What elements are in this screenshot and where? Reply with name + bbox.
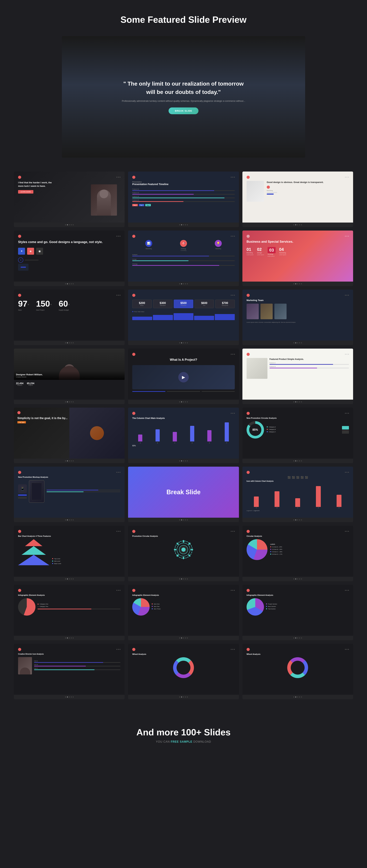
project-image: ▶ (132, 365, 234, 390)
slide-card-11: What Is A Project? ▶ (128, 349, 239, 404)
slide-card-14: The Column Chart Main Analysis A B C D (128, 408, 239, 463)
project-title: What Is A Project? (132, 358, 234, 362)
slide-logo-3 (247, 176, 250, 179)
bar-chart-title: Bar Chart Analysis 4 Three Features (18, 535, 120, 537)
slide-dots-5 (128, 282, 239, 286)
slide-dots-27 (243, 695, 353, 699)
slide-card-4: Styles come and go. Good designs a langu… (14, 230, 124, 286)
slide-card-6: Business and Special Services. 01 Brandi… (243, 230, 353, 286)
svg-rect-11 (176, 542, 179, 545)
slide-card-10: Designer Robert William. Creative Direct… (14, 349, 124, 404)
slide-card-1: I find that the harder I work, the more … (14, 172, 124, 227)
learn-more-button[interactable]: LEARN MORE (18, 190, 33, 193)
hero-slide: " The only limit to our realization of t… (62, 36, 305, 158)
slide-logo-27 (247, 648, 250, 651)
slide-card-25: Creative Director Icon Analysis Skill A … (14, 644, 124, 699)
design-quote-text: Good design is obvious. Great design is … (267, 181, 349, 184)
slide-card-19: Bar Chart Analysis 4 Three Features Top … (14, 526, 124, 581)
product-title: Featured Product Simple Analysis. (270, 358, 349, 361)
stat-3: 60 (59, 299, 68, 309)
slide-dots-9 (243, 341, 353, 345)
product-image (247, 358, 267, 379)
person-small-image (18, 657, 32, 675)
slide-logo-4 (18, 235, 21, 238)
promo-circular-title: Promotion Circular Analysis (132, 535, 234, 537)
slide-dots-7 (14, 341, 124, 345)
svg-rect-10 (174, 549, 176, 550)
slide-dots-11 (128, 400, 239, 404)
slide-card-20: Promotion Circular Analysis (128, 526, 239, 581)
slide-dots-17 (128, 518, 239, 522)
hero-subtext: Professionally administrate turnkey cont… (122, 100, 245, 102)
slide-dots-21 (243, 577, 353, 581)
slide-dots-8 (128, 341, 239, 345)
slide-card-21: Circular Analysis Labels 01 Item A - 25%… (243, 526, 353, 581)
slide-card-9: Marketing Team Lorem ipsum dolor sit ame… (243, 289, 353, 345)
circular-analysis-title: Circular Analysis (247, 535, 349, 537)
slide-dots-15 (243, 459, 353, 463)
slide-card-15: New Promotion Circular Analysis 85% Cate… (243, 408, 353, 463)
svg-rect-6 (191, 549, 193, 550)
slide-card-7: 97 ° Stars 150 ° New Project 60 ° (14, 289, 124, 345)
slide-card-18: ⬛⬛⬛⬛⬛ Icon with Column Chart Analysis A … (243, 467, 353, 522)
svg-rect-8 (183, 557, 184, 559)
wheel-chart-2 (287, 657, 308, 678)
slide-logo-20 (132, 530, 135, 533)
hero-button[interactable]: BREAK SLIDE (169, 107, 198, 114)
slide-card-22: Infographic Element Analysis Category On… (14, 585, 124, 640)
slide-logo-25 (18, 648, 21, 651)
infographic-3-title: Infographic Element Analysis (247, 594, 349, 596)
infographic-2-title: Infographic Element Analysis (132, 594, 234, 596)
slide-dots-14 (128, 459, 239, 463)
slide-card-3: Good design is obvious. Great design is … (243, 172, 353, 227)
hero-quote: " The only limit to our realization of t… (123, 80, 244, 96)
gear-svg (173, 539, 194, 560)
slide-card-13: Simplicity is not the goal, it is the by… (14, 408, 124, 463)
wheel-analysis-1-title: Wheel Analysis (132, 653, 234, 655)
column-percent: 80% (132, 445, 234, 447)
icon-box-2: ◈ (27, 248, 34, 255)
promotion-circular-title: New Promotion Circular Analysis (247, 417, 349, 419)
footer-title: And more 100+ Slides (0, 727, 367, 738)
column-chart-title: The Column Chart Main Analysis (132, 417, 234, 420)
slide-logo-18 (247, 471, 250, 474)
footer-subtitle: YOU CAN FREE SAMPLE DOWNLOAD (0, 740, 367, 743)
team-photo-1 (247, 304, 259, 319)
slide-dots-19 (14, 577, 124, 581)
slide-dots-25 (14, 695, 124, 699)
circle-percent: 85% (249, 424, 261, 436)
style-text: Styles come and go. Good designs a langu… (18, 240, 120, 244)
slide-dots-24 (243, 636, 353, 640)
icon-box-1: ✦ (18, 248, 25, 255)
infographic-pie-2 (132, 598, 150, 616)
slide-card-27: Wheel Analysis (243, 644, 353, 699)
slide-logo-19 (18, 530, 21, 533)
infographic-1-title: Infographic Element Analysis (18, 594, 120, 596)
slide-dots-6 (243, 282, 353, 286)
marketing-title: Marketing Team (247, 299, 349, 302)
page-title: Some Featured Slide Preview (0, 14, 367, 26)
slide-logo-11 (132, 353, 135, 356)
icon-box-3: ◉ (36, 248, 43, 255)
slide-card-23: Infographic Element Analysis Item One It… (128, 585, 239, 640)
slide-logo-2 (132, 176, 135, 179)
slide-logo-13 (18, 411, 21, 414)
pie-chart (247, 539, 267, 560)
slide-card-24: Infographic Element Analysis Purple Sect… (243, 585, 353, 640)
slide-2-label: Presentation Presentation Featured Timel… (132, 181, 234, 186)
slides-grid: I find that the harder I work, the more … (0, 172, 367, 699)
slide-logo-9 (247, 294, 250, 297)
team-photo-3 (274, 304, 286, 319)
slide-logo-26 (132, 648, 135, 651)
slide-card-2: Presentation Presentation Featured Timel… (128, 172, 239, 227)
svg-point-3 (181, 548, 186, 552)
slide-logo-23 (132, 589, 135, 592)
slide-dots-12 (243, 400, 353, 404)
svg-rect-4 (183, 540, 184, 542)
slide-logo (18, 176, 21, 179)
slide-logo-16 (18, 471, 21, 474)
slide-dots-26 (128, 695, 239, 699)
simplicity-tag: Flat Type (18, 421, 26, 424)
infographic-pie-3 (247, 598, 264, 616)
wheel-chart-1 (173, 657, 194, 678)
